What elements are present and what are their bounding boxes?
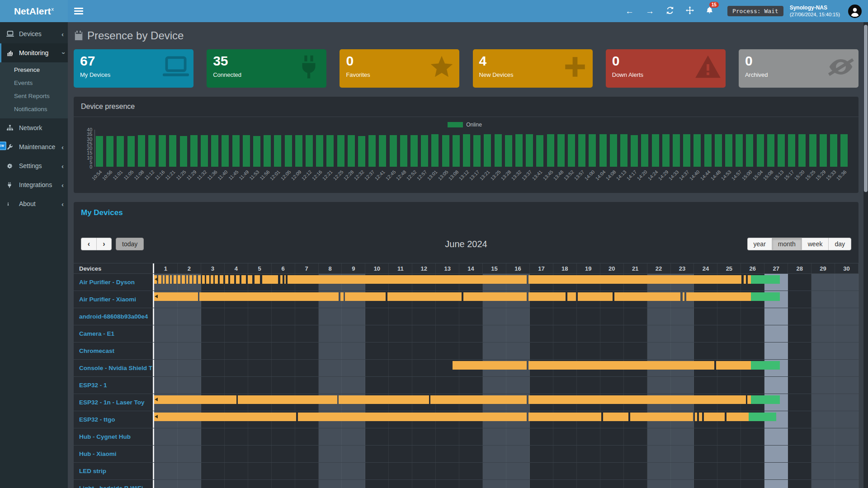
presence-segment-past[interactable] — [248, 275, 252, 284]
presence-segment-past[interactable] — [225, 275, 228, 284]
presence-segment-past[interactable] — [298, 413, 527, 421]
sidebar-item-devices[interactable]: Devices‹ — [0, 24, 68, 43]
presence-segment-past[interactable] — [202, 275, 205, 284]
presence-segment-past[interactable] — [163, 275, 165, 284]
sidebar-item-integrations[interactable]: Integrations‹ — [0, 175, 68, 194]
app-logo[interactable]: NetAlertx — [0, 0, 68, 22]
presence-segment-past[interactable] — [255, 275, 259, 284]
presence-segment-past[interactable] — [686, 292, 751, 301]
presence-segment-past[interactable] — [198, 275, 201, 284]
presence-segment-past[interactable] — [463, 292, 526, 301]
presence-segment-past[interactable] — [614, 292, 680, 301]
presence-segment-current[interactable] — [751, 361, 780, 370]
device-name-link[interactable]: Light - bedside B WiFi — [74, 480, 153, 488]
nav-back-button[interactable]: ← — [625, 7, 634, 15]
presence-segment-past[interactable] — [744, 275, 746, 284]
submenu-item-notifications[interactable]: Notifications — [0, 103, 68, 116]
calendar-view-year-button[interactable]: year — [747, 238, 772, 250]
stat-card-connected[interactable]: 35Connected — [207, 49, 326, 88]
presence-segment-current[interactable] — [751, 292, 780, 301]
presence-segment-past[interactable] — [241, 275, 245, 284]
presence-segment-past[interactable] — [189, 275, 192, 284]
presence-segment-past[interactable] — [166, 275, 169, 284]
submenu-item-sent-reports[interactable]: Sent Reports — [0, 89, 68, 103]
device-name-link[interactable]: Air Purifier - Dyson — [74, 274, 153, 291]
presence-segment-past[interactable] — [154, 395, 236, 404]
device-name-link[interactable]: Console - Nvidia Shield T — [74, 360, 153, 376]
stat-card-down-alerts[interactable]: 0Down Alerts — [606, 49, 726, 88]
presence-segment-past[interactable] — [453, 361, 527, 370]
device-name-link[interactable]: Hub - Xiaomi — [74, 446, 153, 462]
sidebar-item-network[interactable]: Network — [0, 118, 68, 137]
stat-card-favorites[interactable]: 0Favorites — [340, 49, 459, 88]
presence-segment-past[interactable] — [699, 413, 702, 421]
presence-segment-current[interactable] — [751, 395, 780, 404]
calendar-prev-button[interactable]: ‹ — [81, 238, 96, 250]
calendar-view-week-button[interactable]: week — [802, 238, 829, 250]
sidebar-item-monitoring[interactable]: Monitoring‹ — [0, 43, 68, 62]
device-name-link[interactable]: Air Purifier - Xiaomi — [74, 291, 153, 308]
presence-segment-past[interactable] — [199, 292, 339, 301]
presence-segment-past[interactable] — [430, 395, 527, 404]
presence-segment-past[interactable] — [528, 275, 742, 284]
nav-forward-button[interactable]: → — [646, 7, 654, 15]
presence-segment-past[interactable] — [170, 275, 172, 284]
device-name-link[interactable]: ESP32 - 1n - Laser Toy — [74, 394, 153, 411]
presence-segment-past[interactable] — [747, 395, 751, 404]
presence-segment-past[interactable] — [174, 275, 177, 284]
presence-segment-past[interactable] — [567, 292, 576, 301]
device-name-link[interactable]: android-68608b93a00e4 — [74, 308, 153, 325]
presence-segment-past[interactable] — [182, 275, 184, 284]
presence-segment-past[interactable] — [238, 395, 337, 404]
presence-segment-past[interactable] — [211, 275, 213, 284]
presence-segment-past[interactable] — [748, 275, 751, 284]
presence-segment-current[interactable] — [749, 413, 776, 421]
presence-segment-past[interactable] — [288, 275, 527, 284]
sidebar-item-maintenance[interactable]: Maintenance‹NEW — [0, 137, 68, 156]
device-name-link[interactable]: LED strip — [74, 463, 153, 479]
device-name-link[interactable]: Chromecast — [74, 343, 153, 359]
user-avatar[interactable] — [848, 5, 862, 18]
sidebar-item-settings[interactable]: Settings‹ — [0, 156, 68, 175]
calendar-next-button[interactable]: › — [96, 238, 112, 250]
stat-card-new-devices[interactable]: 4New Devices — [473, 49, 593, 88]
presence-segment-past[interactable] — [528, 361, 714, 370]
my-devices-heading[interactable]: My Devices — [74, 208, 859, 217]
presence-segment-past[interactable] — [340, 292, 343, 301]
presence-segment-past[interactable] — [154, 292, 198, 301]
presence-segment-past[interactable] — [215, 275, 218, 284]
move-button[interactable] — [686, 6, 694, 16]
presence-segment-past[interactable] — [220, 275, 223, 284]
refresh-button[interactable] — [666, 6, 674, 16]
presence-segment-past[interactable] — [280, 275, 282, 284]
calendar-today-button[interactable]: today — [116, 238, 144, 250]
device-name-link[interactable]: Camera - E1 — [74, 325, 153, 342]
presence-segment-past[interactable] — [528, 292, 566, 301]
presence-segment-past[interactable] — [704, 413, 725, 421]
sidebar-toggle-button[interactable] — [74, 8, 83, 14]
scrollbar-thumb[interactable] — [864, 25, 868, 192]
presence-segment-past[interactable] — [339, 395, 429, 404]
stat-card-my-devices[interactable]: 67My Devices — [74, 49, 193, 88]
calendar-view-day-button[interactable]: day — [828, 238, 851, 250]
presence-segment-past[interactable] — [683, 292, 684, 301]
submenu-item-presence[interactable]: Presence — [0, 63, 68, 76]
presence-segment-past[interactable] — [158, 275, 161, 284]
presence-segment-past[interactable] — [603, 413, 628, 421]
sidebar-item-about[interactable]: About‹ — [0, 194, 68, 213]
notifications-button[interactable]: 15 — [706, 6, 713, 16]
presence-segment-past[interactable] — [154, 413, 296, 421]
presence-segment-current[interactable] — [751, 275, 780, 284]
presence-segment-past[interactable] — [528, 413, 602, 421]
device-name-link[interactable]: ESP32 - 1 — [74, 377, 153, 394]
presence-segment-past[interactable] — [716, 361, 751, 370]
presence-segment-past[interactable] — [284, 275, 286, 284]
presence-segment-past[interactable] — [193, 275, 196, 284]
presence-segment-past[interactable] — [230, 275, 234, 284]
presence-segment-past[interactable] — [206, 275, 209, 284]
presence-segment-past[interactable] — [262, 275, 278, 284]
presence-segment-past[interactable] — [387, 292, 462, 301]
presence-segment-past[interactable] — [695, 413, 697, 421]
presence-segment-past[interactable] — [630, 413, 693, 421]
presence-segment-past[interactable] — [178, 275, 180, 284]
